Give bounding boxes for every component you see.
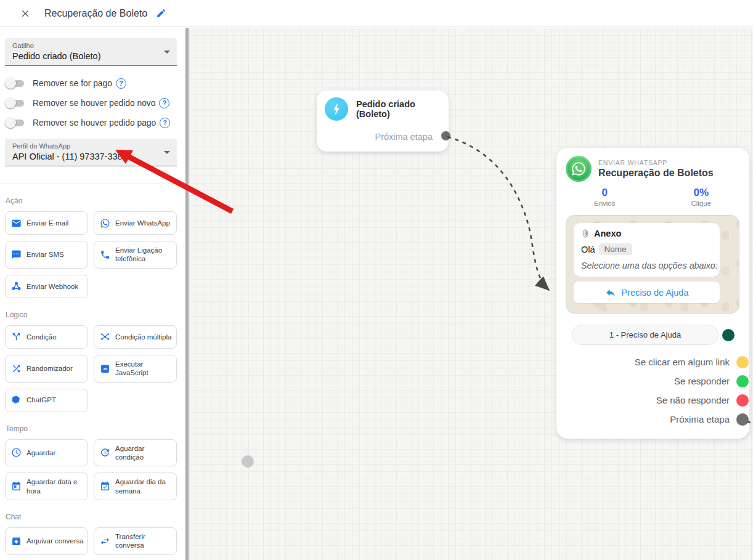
whatsapp-icon bbox=[566, 156, 592, 182]
chevron-down-icon bbox=[164, 151, 170, 154]
tool-label: Aguardar condição bbox=[115, 444, 173, 462]
tool-button[interactable]: Condição múltipla bbox=[94, 325, 177, 349]
flow-canvas[interactable]: Pedido criado (Boleto) Próxima etapa ENV… bbox=[189, 28, 753, 560]
option-1-port[interactable] bbox=[722, 329, 735, 341]
node-type-label: ENVIAR WHATSAPP bbox=[598, 159, 714, 166]
tool-label: Aguardar bbox=[26, 448, 55, 457]
tool-button[interactable]: Enviar Ligação telefônica bbox=[94, 241, 177, 269]
quick-reply-label: Preciso de Ajuda bbox=[622, 288, 689, 298]
tool-button[interactable]: Aguardar data e hora bbox=[5, 473, 88, 500]
output-row: Se responder bbox=[556, 371, 749, 391]
calendar-icon bbox=[11, 481, 22, 492]
tool-button[interactable]: JSExecutar JavaScript bbox=[94, 355, 177, 383]
close-icon[interactable] bbox=[20, 8, 31, 19]
merge-tag-name: Nome bbox=[599, 243, 632, 255]
toggle-row: Remover se for pago? bbox=[5, 76, 177, 91]
help-icon[interactable]: ? bbox=[160, 118, 170, 128]
help-icon[interactable]: ? bbox=[159, 98, 169, 108]
javascript-icon: JS bbox=[100, 363, 110, 374]
tool-button[interactable]: Aguardar dia da semana bbox=[94, 473, 177, 500]
toggle-list: Remover se for pago?Remover se houver pe… bbox=[5, 76, 177, 130]
shuffle-icon bbox=[11, 363, 22, 374]
section-label: Chat bbox=[6, 513, 177, 521]
whatsapp-profile-select[interactable]: Perfil do WhatsApp API Oficial - (11) 97… bbox=[5, 139, 177, 166]
tool-label: ChatGPT bbox=[26, 396, 56, 404]
chevron-down-icon bbox=[164, 51, 170, 54]
option-1-pill[interactable]: 1 - Preciso de Ajuda bbox=[572, 325, 718, 345]
tool-label: Condição múltipla bbox=[115, 333, 171, 341]
help-icon[interactable]: ? bbox=[116, 78, 126, 89]
tool-label: Enviar SMS bbox=[26, 250, 64, 259]
tool-label: Arquivar conversa bbox=[26, 537, 84, 545]
stat-clique: 0% Clique bbox=[653, 187, 750, 207]
output-port[interactable] bbox=[736, 356, 749, 368]
tool-label: Randomizador bbox=[26, 364, 73, 373]
option-row: 1 - Preciso de Ajuda bbox=[556, 325, 749, 345]
tool-label: Executar JavaScript bbox=[115, 360, 173, 378]
tool-button[interactable]: Transferir conversa bbox=[94, 527, 177, 555]
stats-row: 0 Envios 0% Clique bbox=[556, 187, 749, 207]
webhook-icon bbox=[11, 281, 22, 291]
whatsapp-icon bbox=[100, 218, 110, 229]
toggle-label: Remover se houver pedido pago bbox=[33, 118, 156, 128]
pencil-icon[interactable] bbox=[156, 8, 166, 18]
output-label: Próxima etapa bbox=[670, 414, 730, 424]
section-label: Ação bbox=[6, 197, 177, 205]
greeting-text: Olá bbox=[581, 245, 595, 254]
tool-button[interactable]: Condição bbox=[5, 325, 88, 349]
tool-button[interactable]: Aguardar condição bbox=[94, 439, 177, 467]
split-icon bbox=[11, 331, 22, 342]
clock-refresh-icon bbox=[100, 447, 110, 458]
output-port[interactable] bbox=[736, 413, 749, 426]
tool-button[interactable]: Enviar WhatsApp bbox=[94, 211, 177, 235]
sidebar-sections: AçãoEnviar E-mailEnviar WhatsAppEnviar S… bbox=[5, 197, 177, 560]
toggle-switch[interactable] bbox=[5, 116, 27, 129]
svg-text:JS: JS bbox=[103, 367, 107, 371]
tool-label: Enviar E-mail bbox=[26, 219, 68, 227]
page-title: Recuperação de Boleto bbox=[44, 8, 147, 19]
tool-button[interactable]: Randomizador bbox=[5, 355, 88, 383]
paperclip-icon bbox=[581, 229, 590, 238]
node-title: Recuperação de Boletos bbox=[598, 168, 714, 179]
canvas-loose-dot[interactable] bbox=[242, 455, 254, 468]
reply-icon bbox=[605, 287, 616, 298]
output-label: Se responder bbox=[674, 376, 730, 386]
lightning-icon bbox=[325, 97, 348, 121]
next-step-label: Próxima etapa bbox=[375, 132, 433, 142]
profile-select-value: API Oficial - (11) 97337-3382 bbox=[12, 152, 160, 161]
chatgpt-icon bbox=[11, 395, 22, 405]
toggle-switch[interactable] bbox=[5, 97, 27, 109]
trigger-node-title: Pedido criado (Boleto) bbox=[356, 99, 442, 119]
toggle-switch[interactable] bbox=[5, 77, 27, 89]
trigger-select[interactable]: Gatilho Pedido criado (Boleto) bbox=[5, 38, 177, 66]
sidebar-section: AçãoEnviar E-mailEnviar WhatsAppEnviar S… bbox=[5, 197, 177, 298]
hub-icon bbox=[100, 331, 110, 342]
whatsapp-node[interactable]: ENVIAR WHATSAPP Recuperação de Boletos 0… bbox=[556, 148, 749, 439]
message-prompt: Selecione uma das opções abaixo: bbox=[581, 261, 712, 270]
tool-button[interactable]: Arquivar conversa bbox=[5, 527, 88, 555]
tool-label: Transferir conversa bbox=[115, 532, 173, 550]
next-step-port[interactable] bbox=[441, 131, 450, 140]
attachment-label: Anexo bbox=[594, 229, 621, 238]
tool-button[interactable]: Aguardar bbox=[5, 439, 88, 467]
tool-button[interactable]: Enviar SMS bbox=[5, 241, 88, 269]
toggle-label: Remover se for pago bbox=[33, 79, 112, 88]
archive-icon bbox=[11, 536, 22, 546]
sidebar-section: ChatArquivar conversaTransferir conversa bbox=[5, 513, 177, 555]
scrollbar-thumb[interactable] bbox=[185, 28, 189, 560]
output-port[interactable] bbox=[736, 375, 749, 388]
sidebar-scrollbar[interactable] bbox=[185, 28, 189, 560]
quick-reply-button[interactable]: Preciso de Ajuda bbox=[574, 282, 720, 303]
trigger-node[interactable]: Pedido criado (Boleto) Próxima etapa bbox=[317, 91, 449, 152]
clock-icon bbox=[11, 447, 22, 458]
toggle-label: Remover se houver pedido novo bbox=[33, 99, 155, 108]
sidebar: Gatilho Pedido criado (Boleto) Remover s… bbox=[0, 28, 185, 560]
tool-button[interactable]: Enviar E-mail bbox=[5, 211, 88, 235]
profile-select-label: Perfil do WhatsApp bbox=[12, 142, 160, 150]
calendar-check-icon bbox=[100, 481, 110, 492]
tool-button[interactable]: ChatGPT bbox=[5, 389, 88, 412]
output-port[interactable] bbox=[736, 394, 749, 407]
trigger-select-value: Pedido criado (Boleto) bbox=[12, 51, 160, 61]
tool-label: Enviar Webhook bbox=[26, 282, 78, 291]
tool-button[interactable]: Enviar Webhook bbox=[5, 275, 88, 298]
